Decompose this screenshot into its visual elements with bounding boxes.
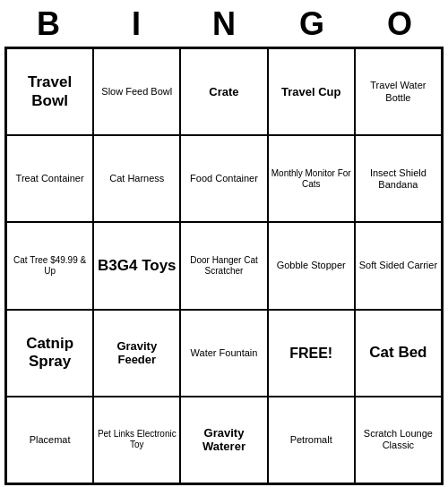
bingo-cell-7: Food Container bbox=[180, 135, 267, 222]
bingo-cell-2: Crate bbox=[180, 48, 267, 135]
bingo-cell-18: FREE! bbox=[268, 310, 355, 397]
bingo-cell-24: Scratch Lounge Classic bbox=[355, 397, 442, 483]
bingo-cell-22: Gravity Waterer bbox=[180, 397, 267, 483]
bingo-cell-5: Treat Container bbox=[6, 135, 93, 222]
bingo-cell-0: Travel Bowl bbox=[6, 48, 93, 135]
header-o: O bbox=[359, 5, 440, 43]
bingo-cell-20: Placemat bbox=[6, 397, 93, 483]
bingo-cell-3: Travel Cup bbox=[268, 48, 355, 135]
bingo-cell-16: Gravity Feeder bbox=[93, 310, 180, 397]
header-n: N bbox=[184, 5, 264, 43]
header-i: I bbox=[96, 5, 177, 43]
bingo-cell-13: Gobble Stopper bbox=[268, 222, 355, 309]
bingo-cell-4: Travel Water Bottle bbox=[355, 48, 442, 135]
bingo-header: B I N G O bbox=[4, 0, 444, 47]
bingo-cell-1: Slow Feed Bowl bbox=[93, 48, 180, 135]
header-b: B bbox=[8, 5, 89, 43]
bingo-cell-12: Door Hanger Cat Scratcher bbox=[180, 222, 267, 309]
bingo-cell-8: Monthly Monitor For Cats bbox=[268, 135, 355, 222]
bingo-cell-14: Soft Sided Carrier bbox=[355, 222, 442, 309]
bingo-cell-21: Pet Links Electronic Toy bbox=[93, 397, 180, 483]
bingo-cell-15: Catnip Spray bbox=[6, 310, 93, 397]
bingo-cell-11: B3G4 Toys bbox=[93, 222, 180, 309]
bingo-cell-23: Petromalt bbox=[268, 397, 355, 483]
bingo-cell-9: Insect Shield Bandana bbox=[355, 135, 442, 222]
bingo-cell-19: Cat Bed bbox=[355, 310, 442, 397]
bingo-cell-6: Cat Harness bbox=[93, 135, 180, 222]
bingo-grid: Travel BowlSlow Feed BowlCrateTravel Cup… bbox=[4, 47, 444, 485]
bingo-cell-17: Water Fountain bbox=[180, 310, 267, 397]
header-g: G bbox=[271, 5, 352, 43]
bingo-cell-10: Cat Tree $49.99 & Up bbox=[6, 222, 93, 309]
